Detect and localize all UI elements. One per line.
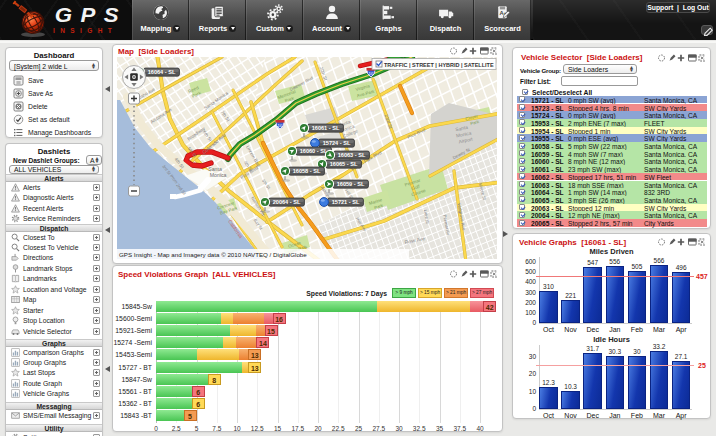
svg-text:GPS: GPS: [55, 3, 127, 27]
svg-text:20064 - SL: 20064 - SL: [273, 199, 301, 205]
svg-text:15724 - SL: 15724 - SL: [323, 140, 351, 146]
svg-text:16063 - SL: 16063 - SL: [338, 152, 366, 158]
svg-text:16065 - SL: 16065 - SL: [330, 161, 358, 167]
svg-text:16061 - SL: 16061 - SL: [312, 125, 340, 131]
svg-text:16059 - SL: 16059 - SL: [337, 181, 365, 187]
svg-text:TRAFFIC | STREET | HYBRID | SA: TRAFFIC | STREET | HYBRID | SATELLITE: [384, 62, 494, 68]
svg-text:GPS Insight - Map and Imagery: GPS Insight - Map and Imagery data © 201…: [119, 251, 307, 258]
svg-text:16058 - SL: 16058 - SL: [293, 168, 321, 174]
svg-text:16064 - SL: 16064 - SL: [148, 69, 176, 75]
svg-text:16060 - SL: 16060 - SL: [300, 148, 328, 154]
svg-text:10: 10: [369, 71, 374, 76]
svg-text:15721 - SL: 15721 - SL: [332, 199, 360, 205]
svg-text:10: 10: [278, 123, 283, 128]
svg-text:Monica: Monica: [210, 172, 227, 178]
svg-text:INSIGHT: INSIGHT: [53, 27, 117, 34]
